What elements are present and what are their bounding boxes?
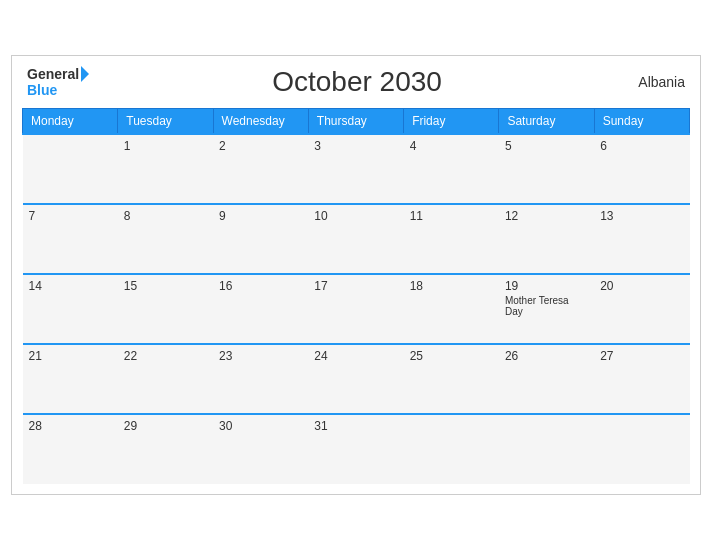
day-number: 19 — [505, 279, 588, 293]
calendar-grid: Monday Tuesday Wednesday Thursday Friday… — [22, 108, 690, 484]
day-cell: 17 — [308, 274, 403, 344]
day-cell: 11 — [404, 204, 499, 274]
event-text: Mother Teresa Day — [505, 295, 588, 317]
day-number: 23 — [219, 349, 302, 363]
week-row-3: 141516171819Mother Teresa Day20 — [23, 274, 690, 344]
day-number: 12 — [505, 209, 588, 223]
day-cell: 15 — [118, 274, 213, 344]
day-number: 22 — [124, 349, 207, 363]
day-number: 26 — [505, 349, 588, 363]
day-number: 9 — [219, 209, 302, 223]
day-cell: 1 — [118, 134, 213, 204]
day-cell — [499, 414, 594, 484]
day-cell — [594, 414, 689, 484]
day-cell: 23 — [213, 344, 308, 414]
day-cell: 2 — [213, 134, 308, 204]
day-number: 2 — [219, 139, 302, 153]
day-number: 16 — [219, 279, 302, 293]
day-number: 10 — [314, 209, 397, 223]
week-row-4: 21222324252627 — [23, 344, 690, 414]
day-number: 1 — [124, 139, 207, 153]
day-cell: 18 — [404, 274, 499, 344]
day-cell: 29 — [118, 414, 213, 484]
day-cell: 20 — [594, 274, 689, 344]
day-cell: 28 — [23, 414, 118, 484]
day-number: 3 — [314, 139, 397, 153]
weekday-monday: Monday — [23, 109, 118, 135]
day-number: 7 — [29, 209, 112, 223]
calendar-header: General Blue October 2030 Albania — [22, 66, 690, 98]
day-cell: 14 — [23, 274, 118, 344]
day-cell: 19Mother Teresa Day — [499, 274, 594, 344]
day-number: 20 — [600, 279, 683, 293]
day-number: 4 — [410, 139, 493, 153]
day-cell: 4 — [404, 134, 499, 204]
day-cell: 26 — [499, 344, 594, 414]
day-cell: 31 — [308, 414, 403, 484]
week-row-2: 78910111213 — [23, 204, 690, 274]
day-cell: 8 — [118, 204, 213, 274]
day-cell: 10 — [308, 204, 403, 274]
logo: General Blue — [27, 66, 89, 98]
day-cell: 30 — [213, 414, 308, 484]
weekday-friday: Friday — [404, 109, 499, 135]
day-number: 14 — [29, 279, 112, 293]
day-cell: 13 — [594, 204, 689, 274]
logo-general-text: General — [27, 66, 79, 82]
day-cell: 3 — [308, 134, 403, 204]
day-number: 17 — [314, 279, 397, 293]
day-cell: 24 — [308, 344, 403, 414]
day-number: 28 — [29, 419, 112, 433]
week-row-5: 28293031 — [23, 414, 690, 484]
day-number: 29 — [124, 419, 207, 433]
day-number: 25 — [410, 349, 493, 363]
day-number: 24 — [314, 349, 397, 363]
day-cell: 7 — [23, 204, 118, 274]
day-number: 31 — [314, 419, 397, 433]
day-cell: 6 — [594, 134, 689, 204]
calendar-container: General Blue October 2030 Albania Monday… — [11, 55, 701, 495]
day-cell: 12 — [499, 204, 594, 274]
day-cell: 22 — [118, 344, 213, 414]
day-number: 21 — [29, 349, 112, 363]
day-cell: 16 — [213, 274, 308, 344]
weekday-header-row: Monday Tuesday Wednesday Thursday Friday… — [23, 109, 690, 135]
day-cell — [23, 134, 118, 204]
day-number: 13 — [600, 209, 683, 223]
day-number: 6 — [600, 139, 683, 153]
day-number: 27 — [600, 349, 683, 363]
logo-triangle-icon — [81, 66, 89, 82]
day-cell: 9 — [213, 204, 308, 274]
calendar-title: October 2030 — [89, 66, 625, 98]
day-cell: 27 — [594, 344, 689, 414]
day-cell: 5 — [499, 134, 594, 204]
weekday-thursday: Thursday — [308, 109, 403, 135]
week-row-1: 123456 — [23, 134, 690, 204]
country-name: Albania — [625, 74, 685, 90]
logo-blue-text: Blue — [27, 82, 57, 98]
day-cell: 21 — [23, 344, 118, 414]
day-number: 11 — [410, 209, 493, 223]
day-cell — [404, 414, 499, 484]
day-number: 30 — [219, 419, 302, 433]
day-number: 15 — [124, 279, 207, 293]
day-cell: 25 — [404, 344, 499, 414]
weekday-saturday: Saturday — [499, 109, 594, 135]
day-number: 18 — [410, 279, 493, 293]
day-number: 8 — [124, 209, 207, 223]
weekday-wednesday: Wednesday — [213, 109, 308, 135]
weekday-tuesday: Tuesday — [118, 109, 213, 135]
day-number: 5 — [505, 139, 588, 153]
weekday-sunday: Sunday — [594, 109, 689, 135]
